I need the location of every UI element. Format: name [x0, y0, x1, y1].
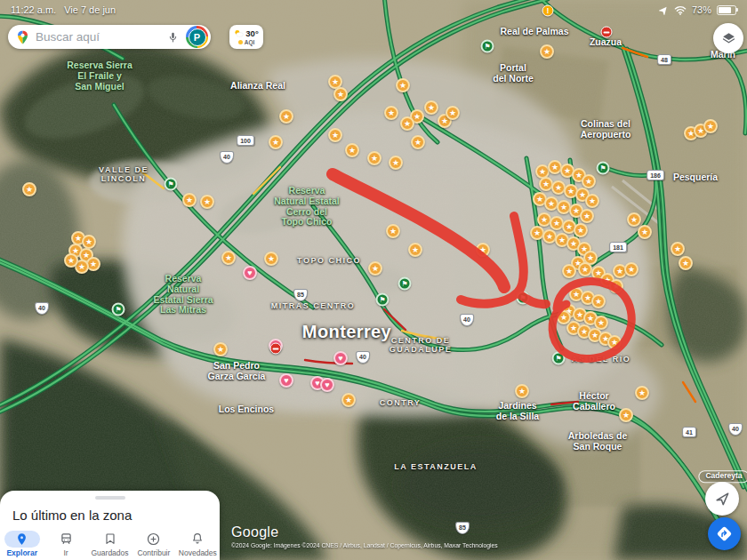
map-attribution: Google ©2024 Google: Imágenes ©2024 CNES…	[231, 524, 498, 548]
star-place-marker[interactable]: ★	[638, 225, 652, 239]
bottom-sheet[interactable]: Lo último en la zona ExplorarIrGuardados…	[0, 491, 220, 560]
star-place-marker[interactable]: ★	[182, 193, 197, 207]
star-place-marker[interactable]: ★	[609, 279, 623, 293]
aqi-dot-icon	[238, 40, 243, 44]
search-bar[interactable]: Buscar aquí P	[8, 25, 211, 49]
star-place-marker[interactable]: ★	[367, 151, 382, 165]
star-place-marker[interactable]: ★	[82, 235, 96, 249]
heart-place-marker[interactable]: ♥	[243, 266, 257, 280]
account-avatar[interactable]: P	[186, 26, 208, 48]
flag-place-marker[interactable]: ⚑	[552, 352, 566, 365]
google-maps-app: MonterreyReserva SierraEl Fraile ySan Mi…	[0, 0, 747, 560]
star-place-marker[interactable]: ★	[562, 264, 576, 278]
star-place-marker[interactable]: ★	[213, 342, 228, 356]
battery-percent: 73%	[692, 4, 711, 15]
star-place-marker[interactable]: ★	[582, 174, 596, 188]
date: Vie 7 de jun	[64, 4, 116, 15]
nav-tab-novedades[interactable]: Novedades	[176, 530, 220, 557]
google-maps-pin-icon	[16, 29, 29, 45]
search-input[interactable]: Buscar aquí	[36, 30, 160, 44]
sheet-drag-handle[interactable]	[95, 496, 125, 500]
star-place-marker[interactable]: ★	[476, 243, 490, 257]
microphone-icon[interactable]	[166, 29, 180, 45]
location-arrow-icon	[659, 5, 669, 15]
heart-place-marker[interactable]: ♥	[333, 351, 348, 365]
star-place-marker[interactable]: ★	[279, 109, 293, 124]
star-place-marker[interactable]: ★	[635, 386, 649, 400]
flag-place-marker[interactable]: ⚑	[517, 292, 530, 305]
attribution-text: ©2024 Google: Imágenes ©2024 CNES / Airb…	[231, 542, 498, 548]
layers-button[interactable]	[713, 23, 743, 53]
nav-tab-ir[interactable]: Ir	[44, 530, 87, 557]
star-place-marker[interactable]: ★	[619, 408, 633, 422]
flag-place-marker[interactable]: ⚑	[597, 162, 610, 175]
heart-place-marker[interactable]: ♥	[320, 378, 334, 392]
navigation-arrow-icon	[713, 490, 731, 508]
star-place-marker[interactable]: ★	[578, 262, 592, 276]
star-place-marker[interactable]: ★	[264, 252, 278, 266]
star-place-marker[interactable]: ★	[333, 87, 348, 101]
wifi-icon	[674, 5, 687, 15]
star-place-marker[interactable]: ★	[671, 242, 685, 256]
bell-icon	[190, 532, 205, 546]
star-place-marker[interactable]: ★	[607, 335, 622, 349]
star-place-marker[interactable]: ★	[221, 251, 236, 265]
star-place-marker[interactable]: ★	[557, 310, 571, 324]
nav-tab-label: Ir	[64, 548, 68, 557]
nav-tab-guardados[interactable]: Guardados	[88, 530, 132, 557]
star-place-marker[interactable]: ★	[446, 106, 460, 120]
star-place-marker[interactable]: ★	[515, 384, 529, 398]
nav-tab-explorar[interactable]: Explorar	[0, 530, 44, 557]
star-place-marker[interactable]: ★	[341, 393, 356, 407]
star-place-marker[interactable]: ★	[627, 212, 641, 227]
nav-tab-label: Novedades	[179, 548, 217, 557]
road-closure-marker[interactable]	[601, 27, 613, 38]
temperature: 30°	[245, 28, 258, 38]
star-place-marker[interactable]: ★	[396, 78, 410, 92]
star-place-marker[interactable]: ★	[386, 224, 400, 238]
star-place-marker[interactable]: ★	[345, 143, 359, 157]
star-place-marker[interactable]: ★	[269, 135, 283, 149]
flag-place-marker[interactable]: ⚑	[112, 303, 125, 316]
aqi-label: AQI	[245, 39, 255, 45]
star-place-marker[interactable]: ★	[200, 195, 214, 209]
road-closure-marker[interactable]	[270, 343, 282, 355]
layers-icon	[720, 30, 737, 47]
star-place-marker[interactable]: ★	[328, 128, 342, 142]
star-place-marker[interactable]: ★	[585, 194, 599, 208]
flag-place-marker[interactable]: ⚑	[398, 277, 412, 291]
star-place-marker[interactable]: ★	[64, 253, 78, 268]
my-location-button[interactable]	[705, 482, 739, 516]
star-place-marker[interactable]: ★	[574, 223, 588, 237]
directions-button[interactable]	[708, 517, 741, 550]
directions-icon	[715, 524, 734, 543]
star-place-marker[interactable]: ★	[368, 261, 382, 276]
sun-cloud-icon	[234, 29, 244, 37]
star-place-marker[interactable]: ★	[389, 156, 403, 170]
star-place-marker[interactable]: ★	[624, 262, 639, 276]
nav-tab-label: Contribuir	[137, 548, 170, 557]
star-place-marker[interactable]: ★	[703, 119, 718, 133]
star-place-marker[interactable]: ★	[22, 182, 36, 196]
star-place-marker[interactable]: ★	[384, 106, 398, 120]
flag-place-marker[interactable]: ⚑	[481, 40, 494, 53]
battery-icon	[717, 5, 736, 15]
star-place-marker[interactable]: ★	[679, 256, 693, 270]
clock: 11:22 a.m.	[11, 4, 56, 15]
star-place-marker[interactable]: ★	[540, 44, 554, 59]
flag-place-marker[interactable]: ⚑	[165, 178, 178, 191]
nav-tab-contribuir[interactable]: Contribuir	[132, 530, 175, 557]
star-place-marker[interactable]: ★	[591, 294, 606, 308]
star-place-marker[interactable]: ★	[400, 116, 414, 131]
star-place-marker[interactable]: ★	[408, 243, 422, 257]
nav-tab-label: Guardados	[91, 548, 128, 557]
sheet-title: Lo último en la zona	[12, 508, 220, 523]
transit-icon	[59, 532, 74, 547]
star-place-marker[interactable]: ★	[580, 209, 594, 223]
status-bar: 11:22 a.m. Vie 7 de jun 73%	[0, 0, 747, 18]
star-place-marker[interactable]: ★	[411, 135, 425, 149]
weather-chip[interactable]: 30° AQI	[229, 25, 263, 49]
star-place-marker[interactable]: ★	[424, 100, 438, 115]
heart-place-marker[interactable]: ♥	[279, 373, 293, 388]
flag-place-marker[interactable]: ⚑	[376, 293, 390, 307]
